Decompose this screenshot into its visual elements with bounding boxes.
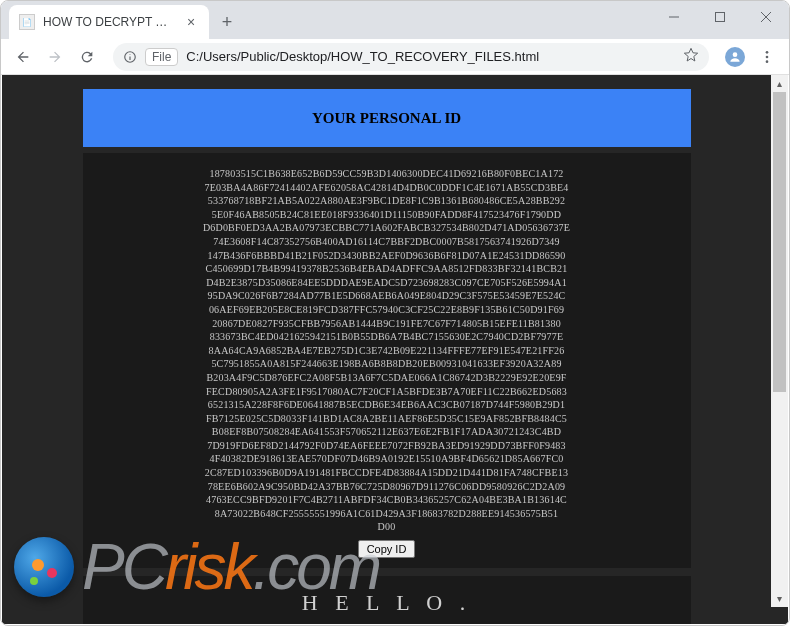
personal-id-value: 187803515C1B638E652B6D59CC59B3D1406300DE…	[95, 167, 679, 534]
personal-id-box: 187803515C1B638E652B6D59CC59B3D1406300DE…	[83, 153, 691, 568]
file-scheme-badge: File	[145, 48, 178, 66]
back-button[interactable]	[9, 43, 37, 71]
close-window-button[interactable]	[743, 1, 789, 33]
page-viewport: YOUR PERSONAL ID 187803515C1B638E652B6D5…	[2, 75, 788, 624]
minimize-button[interactable]	[651, 1, 697, 33]
forward-button[interactable]	[41, 43, 69, 71]
toolbar: File C:/Users/Public/Desktop/HOW_TO_RECO…	[1, 39, 789, 75]
tab-title: HOW TO DECRYPT YOUR FILES	[43, 15, 175, 29]
scrollbar-thumb[interactable]	[773, 92, 786, 392]
address-bar[interactable]: File C:/Users/Public/Desktop/HOW_TO_RECO…	[113, 43, 709, 71]
file-icon: 📄	[19, 14, 35, 30]
svg-point-7	[733, 52, 738, 57]
profile-button[interactable]	[721, 43, 749, 71]
personal-id-header: YOUR PERSONAL ID	[83, 89, 691, 147]
vertical-scrollbar[interactable]: ▴ ▾	[771, 75, 788, 607]
hello-label: H E L L O .	[97, 590, 677, 616]
address-text: C:/Users/Public/Desktop/HOW_TO_RECOVERY_…	[186, 49, 675, 64]
bookmark-icon[interactable]	[683, 47, 699, 67]
page-content: YOUR PERSONAL ID 187803515C1B638E652B6D5…	[2, 75, 771, 624]
browser-window: 📄 HOW TO DECRYPT YOUR FILES × +	[0, 0, 790, 626]
kebab-menu-button[interactable]	[753, 43, 781, 71]
avatar-icon	[725, 47, 745, 67]
svg-point-9	[766, 55, 769, 58]
titlebar: 📄 HOW TO DECRYPT YOUR FILES × +	[1, 1, 789, 39]
info-icon	[123, 50, 137, 64]
svg-rect-1	[716, 13, 725, 22]
scroll-up-arrow-icon[interactable]: ▴	[771, 75, 788, 92]
scroll-down-arrow-icon[interactable]: ▾	[771, 590, 788, 607]
maximize-button[interactable]	[697, 1, 743, 33]
header-title: YOUR PERSONAL ID	[312, 110, 461, 127]
window-controls	[651, 1, 789, 33]
new-tab-button[interactable]: +	[213, 8, 241, 36]
browser-tab[interactable]: 📄 HOW TO DECRYPT YOUR FILES ×	[9, 5, 209, 39]
copy-id-button[interactable]: Copy ID	[358, 540, 416, 558]
reload-button[interactable]	[73, 43, 101, 71]
svg-point-8	[766, 51, 769, 54]
hello-box: H E L L O .	[83, 576, 691, 624]
close-tab-icon[interactable]: ×	[183, 14, 199, 30]
svg-point-10	[766, 60, 769, 63]
